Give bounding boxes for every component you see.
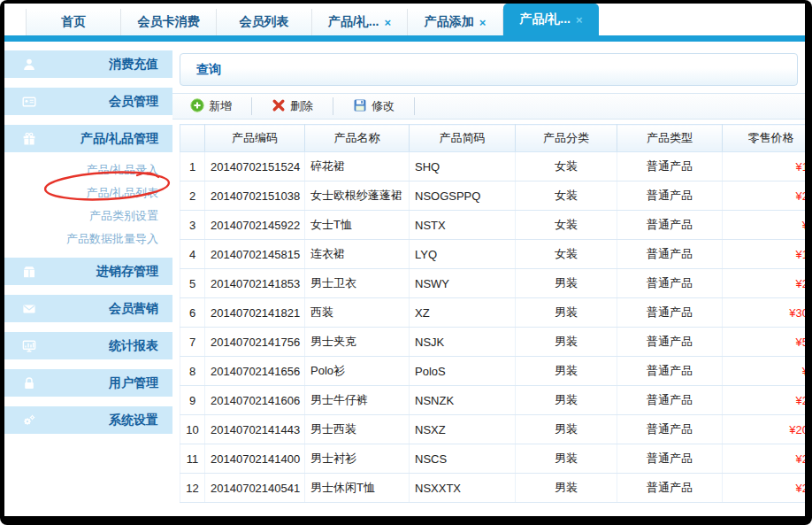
gears-icon [22, 413, 36, 428]
delete-icon [272, 98, 286, 115]
header-retail-price[interactable]: 零售价格 [723, 125, 806, 152]
table-row[interactable]: 1220140702140541男士休闲T恤NSXXTX男装普通产品¥2 [180, 474, 806, 503]
tab-product-list-active[interactable]: 产品/礼...× [503, 4, 599, 35]
tab-label: 产品添加 [425, 14, 474, 30]
cell-name: 西装 [305, 298, 410, 328]
cell-type: 普通产品 [617, 474, 723, 503]
cell-index: 7 [180, 328, 205, 357]
tab-product-1[interactable]: 产品/礼...× [312, 9, 408, 35]
cell-type: 普通产品 [617, 240, 723, 269]
header-short-code[interactable]: 产品简码 [410, 125, 516, 152]
edit-button[interactable]: 修改 [348, 98, 400, 115]
sidebar-subitem-batch-import[interactable]: 产品数据批量导入 [4, 228, 172, 251]
cell-code: 20140702140541 [205, 474, 305, 503]
cell-price: ¥ [723, 211, 806, 240]
cell-code: 20140702151038 [205, 181, 305, 211]
header-type[interactable]: 产品类型 [617, 125, 723, 152]
cell-category: 男装 [516, 386, 617, 415]
sidebar-item-member-marketing[interactable]: 会员营销 [4, 295, 172, 322]
cell-short-code: NSXXTX [410, 474, 516, 503]
table-row[interactable]: 920140702141606男士牛仔裤NSNZK男装普通产品¥2 [180, 386, 806, 415]
toolbar: 新增 删除 修改 [172, 93, 805, 120]
cell-index: 6 [180, 298, 205, 328]
sidebar-subitem-product-entry[interactable]: 产品/礼品录入 [4, 158, 172, 181]
cell-name: 碎花裙 [305, 152, 410, 181]
header-category[interactable]: 产品分类 [516, 125, 617, 152]
tab-member-list[interactable]: 会员列表 [217, 9, 312, 35]
header-index [180, 125, 205, 152]
cell-index: 10 [180, 415, 205, 444]
cell-category: 女装 [516, 181, 617, 211]
tab-label: 产品/礼... [328, 14, 379, 30]
cell-type: 普通产品 [617, 444, 723, 474]
sidebar-item-product-mgmt[interactable]: 产品/礼品管理 [4, 125, 172, 152]
cell-name: Polo衫 [305, 357, 410, 386]
sidebar-item-statistics-reports[interactable]: 统计报表 [4, 332, 172, 359]
sidebar-item-member-mgmt[interactable]: 会员管理 [4, 88, 172, 115]
tab-card-consume[interactable]: 会员卡消费 [121, 9, 217, 35]
cell-category: 男装 [516, 357, 617, 386]
tab-product-add[interactable]: 产品添加× [408, 9, 503, 35]
header-product-name[interactable]: 产品名称 [305, 125, 410, 152]
cell-index: 8 [180, 357, 205, 386]
table-row[interactable]: 120140702151524碎花裙SHQ女装普通产品¥1 [180, 152, 806, 181]
cell-price: ¥ [723, 357, 806, 386]
cell-code: 20140702141853 [205, 269, 305, 298]
cell-index: 3 [180, 211, 205, 240]
cell-index: 11 [180, 444, 205, 474]
table-row[interactable]: 420140702145815连衣裙LYQ女装普通产品¥1 [180, 240, 806, 269]
tab-label: 产品/礼... [519, 12, 571, 27]
cell-code: 20140702145815 [205, 240, 305, 269]
toolbar-separator [414, 97, 415, 115]
sidebar-item-inventory-mgmt[interactable]: 进销存管理 [4, 258, 172, 285]
sidebar-subitem-category-setting[interactable]: 产品类别设置 [4, 205, 172, 228]
cell-short-code: NSJK [410, 328, 516, 357]
box-icon [22, 265, 36, 279]
cell-price: ¥5 [723, 328, 806, 357]
sidebar-item-label: 进销存管理 [36, 264, 158, 280]
close-icon[interactable]: × [479, 16, 486, 29]
cell-category: 男装 [516, 474, 617, 503]
cell-category: 女装 [516, 240, 617, 269]
sidebar-item-user-mgmt[interactable]: 用户管理 [4, 369, 172, 397]
sidebar-item-consume-recharge[interactable]: 消费充值 [4, 50, 172, 78]
cell-category: 女装 [516, 152, 617, 181]
tab-home[interactable]: 首页 [26, 9, 121, 35]
close-icon[interactable]: × [384, 16, 391, 29]
sidebar-subitem-product-list[interactable]: 产品/礼品列表 [4, 181, 172, 205]
cell-type: 普通产品 [617, 328, 723, 357]
cell-short-code: SHQ [410, 152, 516, 181]
cell-short-code: NSOGSPPQ [410, 181, 516, 211]
cell-short-code: XZ [410, 298, 516, 328]
table-row[interactable]: 1120140702141400男士衬衫NSCS男装普通产品¥2 [180, 444, 806, 474]
delete-button[interactable]: 删除 [266, 98, 318, 115]
sidebar-item-label: 会员管理 [36, 94, 158, 110]
tab-label: 会员卡消费 [138, 14, 200, 30]
user-icon [22, 58, 36, 72]
table-row[interactable]: 620140702141821西装XZ男装普通产品¥30 [180, 298, 806, 328]
toolbar-separator [333, 97, 333, 115]
edit-button-label: 修改 [372, 98, 395, 114]
app-window: 首页 会员卡消费 会员列表 产品/礼...× 产品添加× 产品/礼...× 消费… [4, 4, 805, 516]
cell-short-code: NSXZ [410, 415, 516, 444]
close-icon[interactable]: × [576, 13, 583, 27]
table-row[interactable]: 220140702151038女士欧根纱蓬蓬裙NSOGSPPQ女装普通产品¥2 [180, 181, 806, 211]
table-row[interactable]: 1020140702141443男士西装NSXZ男装普通产品¥20 [180, 415, 806, 444]
query-panel-header[interactable]: 查询 [180, 53, 798, 86]
table-row[interactable]: 720140702141756男士夹克NSJK男装普通产品¥5 [180, 328, 806, 357]
cell-index: 4 [180, 240, 205, 269]
cell-type: 普通产品 [617, 181, 723, 211]
table-row[interactable]: 820140702141656Polo衫PoloS男装普通产品¥ [180, 357, 806, 386]
cell-name: 女士T恤 [305, 211, 410, 240]
header-product-code[interactable]: 产品编码 [205, 125, 305, 152]
add-button[interactable]: 新增 [185, 98, 237, 115]
cell-name: 男士牛仔裤 [305, 386, 410, 415]
table-row[interactable]: 320140702145922女士T恤NSTX女装普通产品¥ [180, 211, 806, 240]
save-icon [353, 98, 367, 115]
sidebar-item-system-settings[interactable]: 系统设置 [4, 406, 172, 434]
table-row[interactable]: 520140702141853男士卫衣NSWY男装普通产品¥2 [180, 269, 806, 298]
toolbar-separator [251, 97, 252, 115]
cell-short-code: PoloS [410, 357, 516, 386]
cell-short-code: NSCS [410, 444, 516, 474]
cell-category: 男装 [516, 328, 617, 357]
